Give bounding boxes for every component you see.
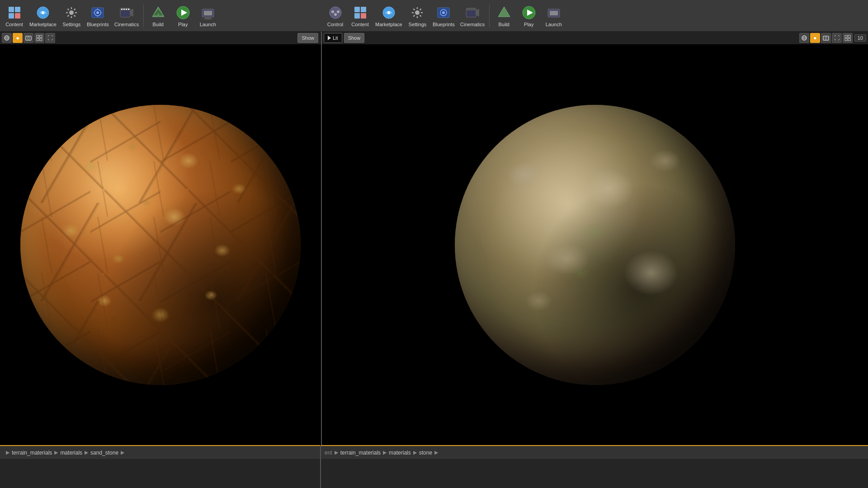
svg-point-56 xyxy=(28,37,30,39)
viewport-right[interactable]: Lit Show ● ⛶ xyxy=(321,32,868,445)
bottom-right: ent ▶ terrain_materials ▶ materials ▶ st… xyxy=(321,445,868,488)
svg-point-32 xyxy=(337,10,340,13)
view-number-right: 10 xyxy=(854,34,866,42)
sphere-left xyxy=(20,105,301,385)
svg-point-33 xyxy=(334,13,337,16)
marketplace-button-right[interactable]: Marketplace xyxy=(373,2,405,29)
screenshot-icon-left[interactable] xyxy=(24,33,33,43)
cinematics-button-left[interactable]: Cinematics xyxy=(112,2,142,29)
orange-dot-icon-right[interactable]: ● xyxy=(810,33,820,43)
settings-icon-left xyxy=(63,5,80,21)
svg-marker-47 xyxy=(498,7,510,17)
screenshot-icon-right[interactable] xyxy=(821,33,831,43)
blueprints-icon-left xyxy=(90,5,106,21)
breadcrumb-item-2-left[interactable]: materials xyxy=(60,450,82,456)
build-button-left[interactable]: Build xyxy=(146,2,170,29)
breadcrumb-arrow-1-right: ▶ xyxy=(383,450,387,455)
svg-rect-69 xyxy=(848,38,850,41)
build-button-right[interactable]: Build xyxy=(491,2,516,29)
svg-rect-34 xyxy=(354,7,360,12)
svg-rect-67 xyxy=(848,35,850,38)
svg-rect-27 xyxy=(204,11,212,15)
launch-button-left[interactable]: Launch xyxy=(195,2,220,29)
blueprints-button-left[interactable]: Blueprints xyxy=(84,2,112,29)
breadcrumb-item-3-right[interactable]: stone xyxy=(419,450,432,456)
marketplace-icon-left xyxy=(35,5,51,21)
svg-point-30 xyxy=(330,7,341,19)
blueprints-button-right[interactable]: Blueprints xyxy=(430,2,458,29)
thumbnail-area-right xyxy=(321,460,868,488)
breadcrumb-item-1-right[interactable]: terrain_materials xyxy=(340,450,381,456)
orange-dot-icon-left[interactable]: ● xyxy=(13,33,23,43)
blueprints-icon-right xyxy=(435,5,452,21)
play-button-left[interactable]: Play xyxy=(170,2,195,29)
svg-rect-59 xyxy=(37,38,39,41)
breadcrumb-arrow-3-left: ▶ xyxy=(121,450,124,455)
play-icon-left xyxy=(175,5,191,21)
perspective-icon-left[interactable] xyxy=(2,33,12,43)
marketplace-button-left[interactable]: Marketplace xyxy=(27,2,59,29)
grid-icon-left[interactable] xyxy=(34,33,44,43)
separator-2 xyxy=(489,5,490,27)
cinematics-icon-left xyxy=(118,5,135,21)
grid2-icon-right[interactable] xyxy=(843,33,853,43)
svg-point-65 xyxy=(825,37,827,39)
breadcrumb-right: ent ▶ terrain_materials ▶ materials ▶ st… xyxy=(321,445,868,460)
breadcrumb-item-3-left[interactable]: sand_stone xyxy=(90,450,118,456)
svg-point-6 xyxy=(69,10,74,15)
build-icon-right xyxy=(496,5,512,21)
crack-texture-left xyxy=(20,105,301,385)
svg-rect-64 xyxy=(823,36,829,40)
vp-toolbar-right: Lit Show ● ⛶ xyxy=(322,32,868,44)
control-icon-right xyxy=(327,5,344,21)
vp-toolbar-left: ● ⛶ Show xyxy=(0,32,321,44)
svg-rect-58 xyxy=(40,35,42,38)
perspective-icon-right[interactable] xyxy=(799,33,809,43)
svg-rect-2 xyxy=(9,13,14,19)
breadcrumb-item-2-right[interactable]: materials xyxy=(389,450,411,456)
build-icon-left xyxy=(150,5,166,21)
separator-1 xyxy=(143,5,144,27)
lit-button-right[interactable]: Lit xyxy=(324,33,342,43)
control-button-right[interactable]: Control xyxy=(323,2,348,29)
svg-point-43 xyxy=(442,11,445,14)
expand-icon-right[interactable]: ⛶ xyxy=(832,33,842,43)
toolbar-left: Content Marketplace Settings xyxy=(0,0,321,32)
maximize-icon-left[interactable]: ⛶ xyxy=(45,33,55,43)
content-button-right[interactable]: Content xyxy=(348,2,373,29)
svg-point-5 xyxy=(42,11,44,14)
settings-button-left[interactable]: Settings xyxy=(59,2,84,29)
svg-rect-18 xyxy=(126,9,127,10)
breadcrumb-item-1-left[interactable]: terrain_materials xyxy=(12,450,52,456)
launch-button-right[interactable]: Launch xyxy=(541,2,566,29)
svg-rect-19 xyxy=(128,9,129,10)
marketplace-icon-right xyxy=(381,5,397,21)
play-button-right[interactable]: Play xyxy=(516,2,541,29)
svg-rect-45 xyxy=(466,8,476,10)
breadcrumb-arrow-2-right: ▶ xyxy=(413,450,417,455)
content-icon-right xyxy=(352,5,368,21)
breadcrumb-start-arrow-left: ▶ xyxy=(6,450,9,455)
content-button-left[interactable]: Content xyxy=(2,2,27,29)
cinematics-button-right[interactable]: Cinematics xyxy=(458,2,487,29)
svg-point-39 xyxy=(387,11,390,14)
viewport-left[interactable]: ● ⛶ Show xyxy=(0,32,321,445)
cinematics-icon-right xyxy=(464,5,481,21)
svg-rect-23 xyxy=(157,14,159,17)
viewport-container: ● ⛶ Show xyxy=(0,32,868,488)
bottom-area: ▶ terrain_materials ▶ materials ▶ sand_s… xyxy=(0,445,868,488)
play-icon-right xyxy=(521,5,537,21)
breadcrumb-prefix-right: ent xyxy=(325,450,332,456)
show-button-right[interactable]: Show xyxy=(344,33,365,43)
show-button-left[interactable]: Show xyxy=(297,33,318,43)
svg-rect-16 xyxy=(121,9,123,10)
svg-rect-37 xyxy=(361,13,366,19)
svg-rect-29 xyxy=(204,19,212,19)
thumbnail-area-left xyxy=(0,460,320,488)
svg-rect-66 xyxy=(845,35,847,38)
launch-icon-right xyxy=(546,5,562,21)
settings-button-right[interactable]: Settings xyxy=(405,2,430,29)
bottom-left: ▶ terrain_materials ▶ materials ▶ sand_s… xyxy=(0,445,321,488)
svg-rect-28 xyxy=(205,17,211,19)
launch-icon-left xyxy=(200,5,216,21)
